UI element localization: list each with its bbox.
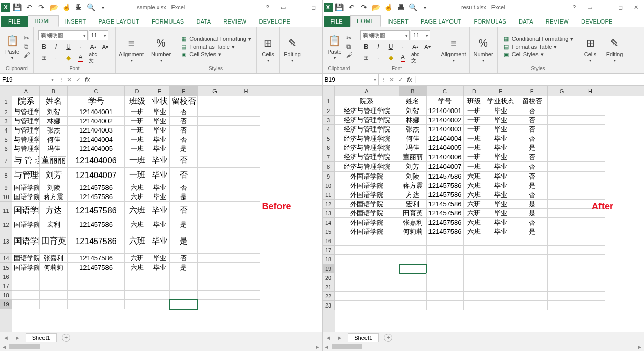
conditional-formatting-button[interactable]: ▦Conditional Formatting ▾ <box>502 35 575 42</box>
cell[interactable] <box>198 220 232 229</box>
cell[interactable] <box>335 236 399 246</box>
cell[interactable] <box>517 273 548 282</box>
cell[interactable] <box>68 281 125 291</box>
cell[interactable] <box>170 281 198 291</box>
cell[interactable]: 121457586 <box>68 229 125 254</box>
cell[interactable] <box>548 246 576 255</box>
cell[interactable] <box>576 227 605 236</box>
close-icon[interactable]: ✕ <box>629 2 643 13</box>
cell[interactable]: 六班 <box>125 183 149 192</box>
row-header[interactable]: 18 <box>0 291 12 300</box>
row-header[interactable]: 13 <box>0 229 12 254</box>
cell[interactable] <box>40 291 68 300</box>
print-icon[interactable]: 🖶 <box>73 2 84 13</box>
cell[interactable] <box>198 153 232 168</box>
fill-color-button[interactable]: ◆ <box>385 53 396 63</box>
header-cell[interactable]: 姓名 <box>40 96 68 107</box>
cell[interactable] <box>198 144 232 153</box>
cell[interactable] <box>232 183 260 192</box>
row-header[interactable]: 11 <box>0 202 12 220</box>
tab-data[interactable]: DATA <box>190 16 217 27</box>
cell[interactable]: 毕业 <box>485 134 517 143</box>
redo-icon[interactable]: ↷ <box>36 2 47 13</box>
cell[interactable] <box>399 264 427 273</box>
cell[interactable]: 是 <box>517 227 548 236</box>
cell[interactable]: 刘芳 <box>40 168 68 183</box>
cell[interactable] <box>548 218 576 227</box>
cell[interactable] <box>170 272 198 281</box>
enter-icon[interactable]: ✓ <box>76 76 81 83</box>
column-header[interactable]: G <box>198 86 232 96</box>
underline-button[interactable]: U <box>385 41 396 52</box>
cell[interactable]: 国语学院 <box>12 220 40 229</box>
header-cell[interactable]: 留校否 <box>170 96 198 107</box>
cell[interactable] <box>335 273 399 282</box>
row-header[interactable]: 13 <box>323 209 335 218</box>
cell[interactable] <box>548 273 576 282</box>
border-button[interactable]: ⊞ <box>360 53 372 63</box>
cell[interactable]: 方达 <box>40 202 68 220</box>
cell[interactable]: 与管理学 <box>12 144 40 153</box>
cell[interactable] <box>335 255 399 264</box>
cell[interactable]: 毕业 <box>149 144 170 153</box>
header-cell[interactable]: 留校否 <box>517 96 548 106</box>
column-header[interactable]: E <box>149 86 170 96</box>
cell[interactable] <box>427 301 464 310</box>
tab-insert[interactable]: INSERT <box>381 16 415 27</box>
cell[interactable]: 经济与管理学院 <box>335 162 399 172</box>
cell[interactable]: 121404002 <box>68 117 125 126</box>
cell[interactable] <box>335 264 399 273</box>
header-cell[interactable]: 班级 <box>125 96 149 107</box>
cell[interactable]: 毕业 <box>149 117 170 126</box>
editing-button[interactable]: ✎ Editing▾ <box>604 35 626 64</box>
cell[interactable] <box>232 220 260 229</box>
cell[interactable] <box>68 300 125 309</box>
cell[interactable] <box>232 254 260 263</box>
column-header[interactable]: B <box>399 86 427 96</box>
cell[interactable]: 毕业 <box>485 181 517 190</box>
minimize-icon[interactable]: — <box>598 2 612 13</box>
cell[interactable] <box>198 107 232 117</box>
cell[interactable]: 张杰 <box>399 125 427 134</box>
cell[interactable]: 否 <box>170 126 198 135</box>
column-header[interactable]: B <box>40 86 68 96</box>
cell[interactable]: 六班 <box>464 209 485 218</box>
cell[interactable]: 121457586 <box>427 172 464 181</box>
cell[interactable]: 121457586 <box>427 200 464 209</box>
column-header[interactable]: G <box>548 86 576 96</box>
cell[interactable]: 外国语学院 <box>335 209 399 218</box>
cell[interactable]: 121404005 <box>68 144 125 153</box>
cell[interactable] <box>576 209 605 218</box>
cell[interactable]: 六班 <box>125 192 149 202</box>
number-button[interactable]: % Number▾ <box>471 35 495 64</box>
cell[interactable]: 一班 <box>125 126 149 135</box>
cell[interactable]: 121457586 <box>68 263 125 272</box>
add-sheet-button[interactable]: + <box>384 334 392 342</box>
cell[interactable]: 否 <box>517 172 548 181</box>
cell[interactable] <box>576 143 605 152</box>
cell[interactable] <box>548 106 576 116</box>
cell[interactable]: 六班 <box>125 263 149 272</box>
cell[interactable] <box>576 282 605 292</box>
cell[interactable]: 六班 <box>464 227 485 236</box>
font-color-button[interactable]: A <box>397 53 409 63</box>
cell[interactable]: 否 <box>517 162 548 172</box>
open-icon[interactable]: 📂 <box>48 2 59 13</box>
cell[interactable] <box>427 292 464 301</box>
cell[interactable] <box>149 300 170 309</box>
cell[interactable]: 一班 <box>464 125 485 134</box>
cell[interactable] <box>576 301 605 310</box>
cell[interactable]: 外国语学院 <box>335 227 399 236</box>
sheet-nav-next[interactable]: ► <box>334 335 346 341</box>
cell[interactable]: 一班 <box>464 106 485 116</box>
cell[interactable] <box>517 236 548 246</box>
header-cell[interactable]: 学号 <box>427 96 464 106</box>
shrink-font-button[interactable]: A▾ <box>100 41 111 52</box>
column-header[interactable]: C <box>427 86 464 96</box>
number-button[interactable]: % Number▾ <box>149 35 173 64</box>
namebox-expand-icon[interactable]: ⁝ <box>383 76 385 83</box>
row-header[interactable]: 14 <box>323 218 335 227</box>
cell[interactable]: 一班 <box>464 152 485 162</box>
cell[interactable] <box>576 181 605 190</box>
font-size-combo[interactable]: 11 <box>89 30 108 40</box>
